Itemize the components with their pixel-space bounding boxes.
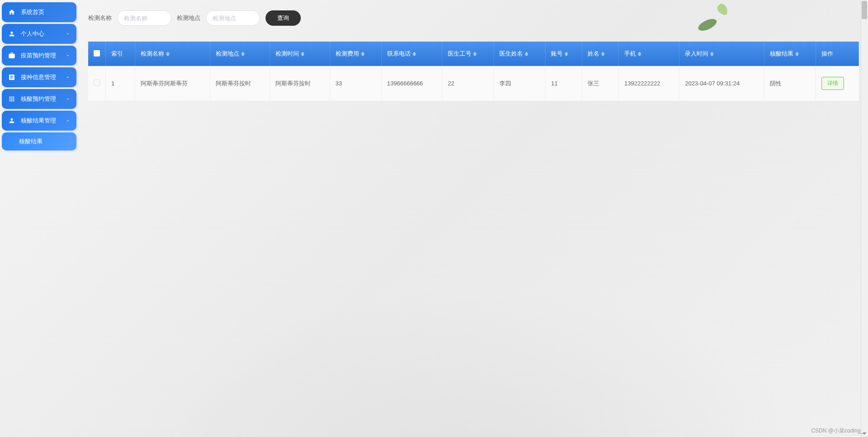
sidebar-item-nucleic-appointment[interactable]: 核酸预约管理	[2, 89, 76, 109]
header-test-location[interactable]: 检测地点	[210, 42, 270, 66]
scrollbar-vertical[interactable]	[861, 0, 868, 437]
sidebar-item-label: 个人中心	[21, 30, 44, 38]
sidebar-item-label: 接种信息管理	[21, 73, 56, 81]
test-location-input[interactable]	[206, 10, 260, 26]
briefcase-icon	[8, 52, 15, 59]
results-table: 索引 检测名称 检测地点 检测时间 检测费用 联系电话 医生工号 医生姓名 账号…	[88, 42, 859, 101]
chevron-down-icon	[66, 32, 70, 36]
sort-icon[interactable]	[361, 52, 365, 56]
sort-icon[interactable]	[638, 52, 641, 56]
sidebar-subitem-nucleic-result[interactable]: 核酸结果	[2, 132, 76, 150]
header-result[interactable]: 核酸结果	[764, 42, 816, 66]
header-test-time[interactable]: 检测时间	[270, 42, 330, 66]
cell-contact-phone: 13966666666	[381, 66, 442, 101]
cell-index: 1	[106, 66, 135, 101]
cell-doctor-name: 李四	[494, 66, 545, 101]
sort-icon[interactable]	[601, 52, 605, 56]
header-index: 索引	[106, 42, 135, 66]
header-doctor-id[interactable]: 医生工号	[442, 42, 493, 66]
sidebar-item-vaccine-appointment[interactable]: 疫苗预约管理	[2, 46, 76, 66]
chevron-down-icon	[66, 53, 70, 58]
sort-icon[interactable]	[301, 52, 304, 56]
header-doctor-name[interactable]: 医生姓名	[494, 42, 545, 66]
sidebar-item-home[interactable]: 系统首页	[2, 2, 76, 22]
cell-action: 详情	[816, 66, 859, 101]
row-checkbox[interactable]	[94, 80, 100, 86]
search-name-label: 检测名称	[88, 14, 112, 22]
cell-test-time: 阿斯蒂芬按时	[270, 66, 330, 101]
sidebar-item-label: 核酸预约管理	[21, 95, 56, 103]
main-content: 检测名称 检测地点 查询 索引 检测名称 检测地点 检测时间 检测费用 联系电话…	[88, 10, 859, 101]
user-icon	[8, 30, 15, 38]
home-icon	[8, 9, 15, 16]
test-name-input[interactable]	[117, 10, 171, 26]
sort-icon[interactable]	[525, 52, 528, 56]
scrollbar-thumb[interactable]	[862, 1, 867, 19]
sidebar-item-vaccination-info[interactable]: 接种信息管理	[2, 67, 76, 87]
header-entry-time[interactable]: 录入时间	[679, 42, 764, 66]
cell-doctor-id: 22	[442, 66, 493, 101]
cell-result: 阴性	[764, 66, 816, 101]
chevron-down-icon	[66, 97, 70, 101]
sort-icon[interactable]	[413, 52, 416, 56]
table-header: 索引 检测名称 检测地点 检测时间 检测费用 联系电话 医生工号 医生姓名 账号…	[88, 42, 859, 66]
sort-icon[interactable]	[241, 52, 245, 56]
sidebar: 系统首页 个人中心 疫苗预约管理 接种信息管理 核酸预约管理	[2, 2, 76, 150]
header-action: 操作	[816, 42, 859, 66]
sort-icon[interactable]	[710, 52, 714, 56]
cell-test-fee: 33	[330, 66, 381, 101]
search-bar: 检测名称 检测地点 查询	[88, 10, 859, 26]
sidebar-item-personal[interactable]: 个人中心	[2, 24, 76, 44]
sidebar-item-label: 核酸结果管理	[21, 117, 56, 125]
chevron-up-icon	[66, 118, 70, 123]
header-name[interactable]: 姓名	[582, 42, 619, 66]
grid-icon	[8, 95, 15, 103]
sidebar-subitem-label: 核酸结果	[19, 137, 43, 146]
header-checkbox-col[interactable]	[88, 42, 106, 66]
search-button[interactable]: 查询	[266, 10, 301, 26]
cell-account: 11	[545, 66, 582, 101]
header-account[interactable]: 账号	[545, 42, 582, 66]
header-contact-phone[interactable]: 联系电话	[381, 42, 442, 66]
sidebar-item-label: 系统首页	[21, 8, 44, 16]
cell-test-location: 阿斯蒂芬按时	[210, 66, 270, 101]
search-location-label: 检测地点	[177, 14, 200, 22]
cell-test-name: 阿斯蒂芬阿斯蒂芬	[135, 66, 210, 101]
sort-icon[interactable]	[166, 52, 170, 56]
header-phone[interactable]: 手机	[619, 42, 679, 66]
chevron-down-icon	[66, 75, 70, 80]
user-alt-icon	[8, 117, 15, 124]
select-all-checkbox[interactable]	[94, 50, 100, 56]
cell-phone: 13922222222	[619, 66, 679, 101]
detail-button[interactable]: 详情	[821, 77, 844, 90]
sidebar-item-label: 疫苗预约管理	[21, 52, 56, 60]
header-test-name[interactable]: 检测名称	[135, 42, 210, 66]
table-row: 1 阿斯蒂芬阿斯蒂芬 阿斯蒂芬按时 阿斯蒂芬按时 33 13966666666 …	[88, 66, 859, 101]
sort-icon[interactable]	[473, 52, 477, 56]
cell-entry-time: 2023-04-07 09:31:24	[679, 66, 764, 101]
note-icon	[8, 74, 15, 81]
sort-icon[interactable]	[795, 52, 799, 56]
sort-icon[interactable]	[564, 52, 568, 56]
watermark-text: CSDN @小菜coding_	[811, 427, 863, 435]
cell-name: 张三	[582, 66, 619, 101]
sidebar-item-nucleic-result[interactable]: 核酸结果管理	[2, 111, 76, 131]
header-test-fee[interactable]: 检测费用	[330, 42, 381, 66]
